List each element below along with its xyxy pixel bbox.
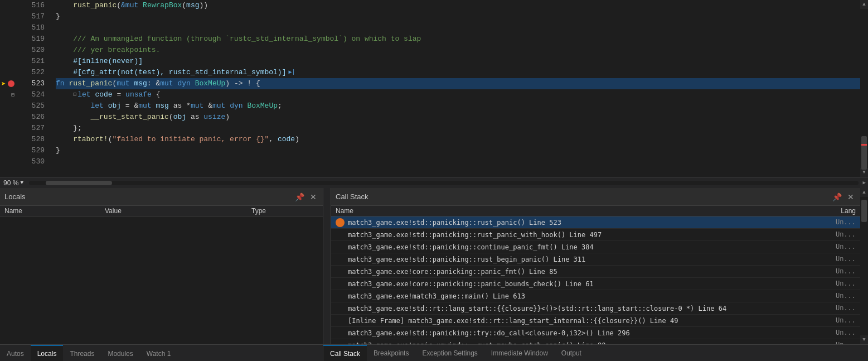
gutter-523: ➤ (0, 78, 17, 89)
frame-lang-2: Un... (833, 243, 856, 251)
callstack-pin-button[interactable]: 📌 (831, 192, 843, 202)
callstack-panel: Call Stack 📌 ✕ Name Lang match3_game.exe… (331, 188, 860, 344)
gutter-517 (0, 11, 17, 22)
callstack-scrollbar[interactable]: ▲ ▼ (860, 188, 868, 344)
tab-modules[interactable]: Modules (101, 345, 139, 361)
frame-icon-0 (336, 218, 345, 227)
locals-pin-button[interactable]: 📌 (293, 192, 306, 202)
cs-scroll-down-btn[interactable]: ▼ (860, 335, 868, 344)
frame-lang-10: Un... (833, 341, 856, 345)
editor-main: ➤ ⊟ 516 517 518 519 5 (0, 0, 868, 188)
callstack-close-button[interactable]: ✕ (846, 192, 856, 202)
code-line-526: __rust_start_panic(obj as usize) (56, 112, 860, 123)
gutter-519 (0, 33, 17, 45)
ln-521: 521 (17, 56, 45, 67)
callstack-row-8[interactable]: [Inline Frame] match3_game.exe!std::rt::… (331, 315, 860, 327)
locals-col-type: Type (251, 207, 318, 215)
callstack-row-3[interactable]: match3_game.exe!std::panicking::rust_beg… (331, 253, 860, 266)
locals-panel-header: Locals 📌 ✕ (0, 188, 323, 206)
ln-526: 526 (17, 112, 45, 123)
h-scroll-track[interactable] (29, 181, 858, 185)
scroll-thumb[interactable] (861, 136, 867, 170)
error-indicator (861, 144, 867, 146)
locals-col-value: Value (105, 207, 251, 215)
callstack-col-name: Name (336, 207, 822, 215)
code-line-524: ⊟let code = unsafe { (56, 89, 860, 100)
frame-lang-7: Un... (833, 305, 856, 312)
h-scroll-right-btn[interactable]: ▶ (861, 180, 868, 186)
callstack-row-6[interactable]: match3_game.exe!match3_game::main() Line… (331, 290, 860, 302)
locals-scrollbar[interactable] (323, 188, 331, 344)
tab-immediate-window[interactable]: Immediate Window (484, 345, 555, 361)
cs-scroll-thumb[interactable] (861, 200, 867, 222)
ln-528: 528 (17, 134, 45, 145)
callstack-row-1[interactable]: match3_game.exe!std::panicking::rust_pan… (331, 229, 860, 241)
zoom-scrollbar-bar: 90 % ▼ ▶ (0, 177, 868, 188)
callstack-row-2[interactable]: match3_game.exe!std::panicking::continue… (331, 241, 860, 253)
gutter-524: ⊟ (0, 89, 17, 100)
cs-scroll-track[interactable] (860, 197, 868, 335)
ln-529: 529 (17, 145, 45, 156)
scroll-up-btn[interactable]: ▲ (860, 0, 868, 9)
code-line-517: } (56, 11, 860, 22)
ln-524: 524 (17, 89, 45, 100)
frame-name-8: [Inline Frame] match3_game.exe!std::rt::… (336, 317, 833, 325)
frame-name-6: match3_game.exe!match3_game::main() Line… (336, 292, 833, 300)
bottom-tabs-container: Autos Locals Threads Modules Watch 1 Cal… (0, 344, 868, 361)
locals-panel-title: Locals (4, 192, 26, 201)
gutter-530 (0, 156, 17, 167)
gutter-520 (0, 45, 17, 56)
h-scroll-thumb[interactable] (46, 181, 112, 185)
gutter-529 (0, 145, 17, 156)
callstack-row-10[interactable]: match3_game.exe!panic_unwind::__rust_may… (331, 339, 860, 344)
callstack-row-9[interactable]: match3_game.exe!std::panicking::try::do_… (331, 327, 860, 339)
callstack-row-0[interactable]: match3_game.exe!std::panicking::rust_pan… (331, 216, 860, 229)
ln-518: 518 (17, 22, 45, 33)
ln-519: 519 (17, 33, 45, 45)
callstack-body[interactable]: match3_game.exe!std::panicking::rust_pan… (331, 216, 860, 344)
tab-watch1[interactable]: Watch 1 (140, 345, 178, 361)
locals-close-button[interactable]: ✕ (308, 192, 318, 202)
gutter-527 (0, 123, 17, 134)
locals-panel-actions: 📌 ✕ (293, 192, 318, 202)
locals-body[interactable] (0, 216, 323, 344)
editor-wrapper: ➤ ⊟ 516 517 518 519 5 (0, 0, 868, 177)
ln-525: 525 (17, 100, 45, 112)
frame-name-1: match3_game.exe!std::panicking::rust_pan… (336, 231, 833, 239)
frame-lang-0: Un... (833, 219, 856, 227)
tab-breakpoints[interactable]: Breakpoints (367, 345, 415, 361)
collapse-icon-524[interactable]: ⊟ (11, 92, 14, 98)
tab-output[interactable]: Output (555, 345, 588, 361)
gutter-526 (0, 112, 17, 123)
tab-autos[interactable]: Autos (0, 345, 31, 361)
tab-threads[interactable]: Threads (63, 345, 101, 361)
frame-name-3: match3_game.exe!std::panicking::rust_beg… (336, 256, 833, 263)
locals-panel: Locals 📌 ✕ Name Value Type (0, 188, 323, 344)
gutter-528 (0, 134, 17, 145)
callstack-row-4[interactable]: match3_game.exe!core::panicking::panic_f… (331, 266, 860, 278)
scroll-track[interactable] (860, 9, 868, 168)
code-line-530 (56, 156, 860, 167)
line-numbers: 516 517 518 519 520 521 522 523 524 525 … (17, 0, 50, 177)
callstack-row-5[interactable]: match3_game.exe!core::panicking::panic_b… (331, 278, 860, 290)
zoom-control: 90 % ▼ (0, 179, 27, 187)
ln-520: 520 (17, 45, 45, 56)
frame-name-10: match3_game.exe!panic_unwind::__rust_may… (336, 341, 833, 345)
callstack-col-lang: Lang (822, 207, 856, 215)
locals-col-name: Name (4, 207, 105, 215)
tabs-right: Call Stack Breakpoints Exception Setting… (323, 345, 868, 361)
locals-columns: Name Value Type (0, 206, 323, 216)
tab-callstack[interactable]: Call Stack (323, 345, 367, 361)
callstack-row-7[interactable]: match3_game.exe!std::rt::lang_start::{{c… (331, 302, 860, 315)
gutter-522 (0, 67, 17, 78)
frame-lang-3: Un... (833, 256, 856, 263)
cs-scroll-up-btn[interactable]: ▲ (860, 188, 868, 197)
code-line-519: /// An unmangled function (through `rust… (56, 33, 860, 45)
zoom-chevron-icon[interactable]: ▼ (20, 180, 23, 186)
code-lines[interactable]: rust_panic(&mut RewrapBox(msg)) } /// An… (50, 0, 860, 177)
panels-content: Locals 📌 ✕ Name Value Type Call Stack (0, 188, 868, 344)
code-line-528: rtabort!("failed to initiate panic, erro… (56, 134, 860, 145)
tab-locals[interactable]: Locals (31, 345, 64, 361)
editor-scrollbar[interactable]: ▲ ▼ (860, 0, 868, 177)
tab-exception-settings[interactable]: Exception Settings (415, 345, 484, 361)
